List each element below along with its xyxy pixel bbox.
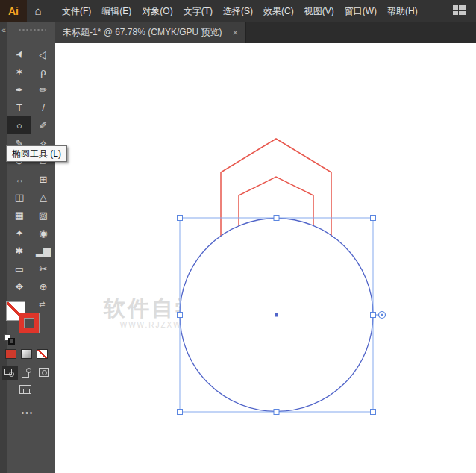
selection-handle-w[interactable] xyxy=(178,313,183,318)
hand-tool[interactable]: ✥ xyxy=(7,278,31,295)
menu-file[interactable]: 文件(F) xyxy=(57,0,96,22)
selection-handle-nw[interactable] xyxy=(178,216,183,221)
collapse-panel-icon[interactable]: « xyxy=(0,25,7,35)
tooltip: 椭圆工具 (L) xyxy=(6,145,67,162)
ellipse-tool-icon: ○ xyxy=(16,120,22,131)
selection-tool-icon: ➤ xyxy=(13,48,26,60)
screen-mode-inner-rect xyxy=(23,389,30,394)
free-transform-tool[interactable]: ⊞ xyxy=(31,170,55,188)
menu-window[interactable]: 窗口(W) xyxy=(339,0,382,22)
menu-help[interactable]: 帮助(H) xyxy=(382,0,423,22)
draw-normal-circle xyxy=(9,372,14,377)
menu-list: 文件(F) 编辑(E) 对象(O) 文字(T) 选择(S) 效果(C) 视图(V… xyxy=(57,0,423,22)
slice-tool-icon: ✂ xyxy=(40,263,48,275)
menu-view[interactable]: 视图(V) xyxy=(299,0,339,22)
workspace-icon-cell xyxy=(453,5,458,10)
shape-builder-tool[interactable]: ◫ xyxy=(7,188,31,206)
eyedropper-tool[interactable]: ✦ xyxy=(7,224,31,242)
selection-handle-n[interactable] xyxy=(274,216,279,221)
width-tool[interactable]: ↔ xyxy=(7,170,31,188)
tools-panel: « ➤ ▷ ✶ ρ ✒ ✏ T / ○ ✐ ✎ ✧ ↺ ▱ ↔ ⊞ ◫ △ ▦ … xyxy=(0,22,55,473)
selection-handle-ne[interactable] xyxy=(371,216,376,221)
edit-toolbar-more-button[interactable]: ••• xyxy=(0,409,55,417)
free-transform-tool-icon: ⊞ xyxy=(40,174,48,185)
symbol-sprayer-tool-icon: ✱ xyxy=(16,245,24,257)
canvas[interactable]: 软件自学网 WWW.RJZXW.COM xyxy=(55,43,476,473)
blend-tool-icon: ◉ xyxy=(39,228,47,239)
swap-fill-stroke-icon[interactable]: ⇄ xyxy=(39,300,45,308)
tab-close-icon[interactable]: × xyxy=(233,27,239,38)
ellipse-tool[interactable]: ○ xyxy=(7,116,31,134)
column-graph-tool-icon: ▂▆ xyxy=(36,245,51,257)
draw-behind-mode-icon[interactable] xyxy=(19,366,35,380)
selection-handle-sw[interactable] xyxy=(178,410,183,415)
mesh-tool-icon: ▦ xyxy=(15,210,24,221)
menu-bar: Ai ⌂ 文件(F) 编辑(E) 对象(O) 文字(T) 选择(S) 效果(C)… xyxy=(0,0,476,22)
magic-wand-tool[interactable]: ✶ xyxy=(7,63,31,81)
selection-handle-se[interactable] xyxy=(371,410,376,415)
symbol-sprayer-tool[interactable]: ✱ xyxy=(7,242,31,260)
zoom-tool[interactable]: ⊕ xyxy=(31,278,55,295)
line-segment-tool-icon: / xyxy=(42,102,45,113)
magic-wand-tool-icon: ✶ xyxy=(16,66,24,78)
default-stroke-icon xyxy=(8,338,15,345)
draw-inside-circle xyxy=(42,370,47,375)
artwork-layer xyxy=(55,43,476,473)
gradient-button[interactable] xyxy=(21,349,32,359)
drawing-modes-row xyxy=(2,366,52,380)
workspace-icon-cell xyxy=(459,11,466,15)
menu-select[interactable]: 选择(S) xyxy=(218,0,258,22)
eyedropper-tool-icon: ✦ xyxy=(16,228,24,239)
lasso-tool-icon: ρ xyxy=(40,66,46,78)
selection-handle-e[interactable] xyxy=(371,313,376,318)
artboard-tool-icon: ▭ xyxy=(15,263,24,275)
paintbrush-tool[interactable]: ✐ xyxy=(31,116,55,134)
selection-handle-s[interactable] xyxy=(274,410,279,415)
column-graph-tool[interactable]: ▂▆ xyxy=(31,242,55,260)
draw-behind-square xyxy=(22,372,29,378)
center-anchor-point[interactable] xyxy=(275,313,278,317)
screen-mode-button[interactable] xyxy=(19,385,34,397)
color-button[interactable] xyxy=(5,349,16,359)
lasso-tool[interactable]: ρ xyxy=(31,63,55,81)
workspace-icon-cell xyxy=(453,11,458,15)
type-tool[interactable]: T xyxy=(7,98,31,116)
menu-effect[interactable]: 效果(C) xyxy=(258,0,299,22)
home-icon[interactable]: ⌂ xyxy=(27,4,49,17)
document-tab[interactable]: 未标题-1* @ 67.78% (CMYK/GPU 预览) × xyxy=(55,22,246,43)
slice-tool[interactable]: ✂ xyxy=(31,260,55,278)
shape-builder-tool-icon: ◫ xyxy=(15,192,24,203)
none-button[interactable] xyxy=(37,349,48,359)
document-tab-bar: 未标题-1* @ 67.78% (CMYK/GPU 预览) × xyxy=(55,22,476,43)
artboard-tool[interactable]: ▭ xyxy=(7,260,31,278)
workspace-switcher-icon[interactable] xyxy=(453,5,467,16)
pen-tool[interactable]: ✒ xyxy=(7,81,31,98)
perspective-grid-tool[interactable]: △ xyxy=(31,188,55,206)
menu-edit[interactable]: 编辑(E) xyxy=(96,0,137,22)
gradient-tool[interactable]: ▨ xyxy=(31,206,55,224)
direct-selection-tool[interactable]: ▷ xyxy=(31,45,55,63)
zoom-tool-icon: ⊕ xyxy=(40,281,48,292)
menu-object[interactable]: 对象(O) xyxy=(137,0,178,22)
app-logo: Ai xyxy=(0,0,27,22)
paintbrush-tool-icon: ✐ xyxy=(40,120,48,131)
paint-style-row xyxy=(5,349,48,359)
width-tool-icon: ↔ xyxy=(15,174,25,185)
selection-tool[interactable]: ➤ xyxy=(7,45,31,63)
panel-dock-strip: « xyxy=(0,22,7,473)
line-segment-tool[interactable]: / xyxy=(31,98,55,116)
blend-tool[interactable]: ◉ xyxy=(31,224,55,242)
panel-drag-grip[interactable] xyxy=(18,28,46,31)
workspace-icon-cell xyxy=(459,5,466,10)
curvature-tool[interactable]: ✏ xyxy=(31,81,55,98)
tooltip-text: 椭圆工具 (L) xyxy=(12,148,61,159)
mesh-tool[interactable]: ▦ xyxy=(7,206,31,224)
menu-type[interactable]: 文字(T) xyxy=(178,0,218,22)
draw-inside-mode-icon[interactable] xyxy=(37,366,52,380)
hand-tool-icon: ✥ xyxy=(16,281,24,292)
draw-normal-mode-icon[interactable] xyxy=(2,366,18,380)
stroke-color-swatch[interactable] xyxy=(19,313,39,333)
curvature-tool-icon: ✏ xyxy=(40,84,48,95)
tool-grid: ➤ ▷ ✶ ρ ✒ ✏ T / ○ ✐ ✎ ✧ ↺ ▱ ↔ ⊞ ◫ △ ▦ ▨ … xyxy=(7,45,55,295)
default-fill-stroke-icon[interactable] xyxy=(4,334,18,346)
